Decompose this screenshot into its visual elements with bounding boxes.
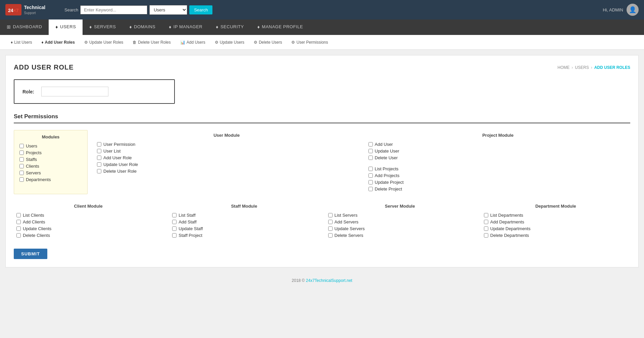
checkbox-add-user-role[interactable] [97, 156, 101, 160]
sub-nav-add-users[interactable]: 📊 Add Users [176, 38, 209, 47]
list-item[interactable]: Add Staff [172, 219, 318, 224]
breadcrumb-parent[interactable]: USERS [575, 65, 589, 70]
checkbox-add-staff[interactable] [172, 220, 177, 224]
breadcrumb-home[interactable]: HOME [557, 65, 569, 70]
checkbox-update-clients[interactable] [16, 226, 21, 231]
list-item[interactable]: Update Staff [172, 226, 318, 231]
checkbox-clients[interactable] [19, 164, 24, 168]
sub-nav-user-permissions[interactable]: ⚙ User Permissions [287, 38, 332, 47]
list-item[interactable]: Staffs [19, 157, 83, 162]
checkbox-users[interactable] [19, 144, 24, 148]
sub-nav-update-users[interactable]: ⚙ Update Users [211, 38, 248, 47]
list-item[interactable]: List Staff [172, 213, 318, 218]
list-item[interactable]: Add User [368, 142, 631, 147]
checkbox-list-departments[interactable] [484, 213, 488, 217]
checkbox-delete-project[interactable] [368, 187, 373, 191]
nav-item-users[interactable]: ♦ USERS [49, 19, 83, 35]
list-item[interactable]: Delete Departments [484, 233, 630, 238]
checkbox-update-staff[interactable] [172, 226, 177, 231]
search-select[interactable]: Users Projects Staffs Clients Servers De… [149, 5, 187, 15]
checkbox-list-staff[interactable] [172, 213, 177, 217]
checkbox-update-user-role[interactable] [97, 162, 101, 167]
modules-box: Modules Users Projects Staffs [14, 130, 88, 194]
list-item[interactable]: Users [19, 143, 83, 149]
nav-item-manage-profile[interactable]: ♦ MANAGE PROFILE [251, 19, 310, 35]
checkbox-list-projects[interactable] [368, 167, 373, 171]
project-module-title: Project Module [366, 133, 631, 138]
sub-nav-add-user-roles[interactable]: ♦ Add User Roles [37, 38, 79, 47]
list-item[interactable]: Delete User [368, 155, 631, 160]
checkbox-delete-user-role[interactable] [97, 169, 101, 173]
checkbox-delete-user[interactable] [368, 156, 373, 160]
submit-button[interactable]: SUBMIT [14, 249, 47, 259]
checkbox-update-project[interactable] [368, 180, 373, 184]
list-item[interactable]: Update Project [368, 180, 631, 185]
list-item[interactable]: List Projects [368, 166, 631, 171]
logo-text: Technical Support [24, 4, 46, 15]
checkbox-user-permission[interactable] [97, 142, 101, 146]
list-item[interactable]: Update Clients [16, 226, 163, 231]
list-item[interactable]: Update Departments [484, 226, 630, 231]
list-item[interactable]: Delete Servers [328, 233, 475, 238]
list-item[interactable]: Departments [19, 177, 83, 182]
list-item[interactable]: Servers [19, 170, 83, 175]
list-item[interactable]: Delete Clients [16, 233, 163, 238]
nav-item-ip-manager[interactable]: ♦ IP MANAGER [162, 19, 209, 35]
checkbox-update-servers[interactable] [328, 226, 333, 231]
list-item[interactable]: Delete Project [368, 186, 631, 192]
breadcrumb-sep-2: › [591, 65, 592, 70]
permissions-top-grid: Modules Users Projects Staffs [14, 130, 630, 194]
checkbox-delete-servers[interactable] [328, 233, 333, 238]
search-area: Search Users Projects Staffs Clients Ser… [64, 5, 212, 15]
nav-item-security[interactable]: ♦ SECURITY [209, 19, 250, 35]
list-item[interactable]: List Clients [16, 213, 163, 218]
checkbox-add-clients[interactable] [16, 220, 21, 224]
nav-label-domains: DOMAINS [134, 24, 155, 29]
user-module-box: User Module User Permission User List Ad… [94, 130, 359, 194]
search-input[interactable] [80, 5, 147, 14]
list-item[interactable]: Add User Role [97, 155, 359, 160]
list-item[interactable]: List Servers [328, 213, 475, 218]
checkbox-servers[interactable] [19, 171, 24, 175]
checkbox-user-list[interactable] [97, 149, 101, 153]
sub-nav-delete-user-roles[interactable]: 🗑 Delete User Roles [129, 38, 175, 47]
list-item[interactable]: User Permission [97, 142, 359, 147]
list-item[interactable]: Delete User Role [97, 169, 359, 174]
checkbox-add-projects[interactable] [368, 173, 373, 178]
checkbox-add-servers[interactable] [328, 220, 333, 224]
list-item[interactable]: Add Departments [484, 219, 630, 224]
checkbox-delete-departments[interactable] [484, 233, 488, 238]
list-item[interactable]: Projects [19, 150, 83, 155]
list-item[interactable]: Add Projects [368, 173, 631, 178]
checkbox-staffs[interactable] [19, 157, 24, 162]
list-item[interactable]: User List [97, 149, 359, 154]
checkbox-update-user[interactable] [368, 149, 373, 153]
checkbox-list-servers[interactable] [328, 213, 333, 217]
sub-nav-list-users[interactable]: ♦ List Users [7, 38, 36, 47]
nav-item-dashboard[interactable]: ⊞ DASHBOARD [0, 19, 49, 35]
list-item[interactable]: Add Clients [16, 219, 163, 224]
list-item[interactable]: List Departments [484, 213, 630, 218]
sub-nav-update-user-roles[interactable]: ⚙ Update User Roles [80, 38, 127, 47]
checkbox-add-departments[interactable] [484, 220, 488, 224]
checkbox-departments[interactable] [19, 177, 24, 182]
list-item[interactable]: Update User [368, 149, 631, 154]
checkbox-delete-clients[interactable] [16, 233, 21, 238]
delete-users-icon: ⚙ [254, 40, 257, 45]
sub-nav-delete-users[interactable]: ⚙ Delete Users [250, 38, 286, 47]
list-item[interactable]: Update User Role [97, 162, 359, 167]
checkbox-add-user[interactable] [368, 142, 373, 146]
list-item[interactable]: Staff Project [172, 233, 318, 238]
list-item[interactable]: Update Servers [328, 226, 475, 231]
role-input[interactable] [41, 87, 108, 96]
nav-item-domains[interactable]: ♦ DOMAINS [122, 19, 162, 35]
list-item[interactable]: Clients [19, 164, 83, 169]
nav-item-servers[interactable]: ♦ SERVERS [83, 19, 122, 35]
checkbox-update-departments[interactable] [484, 226, 488, 231]
search-button[interactable]: Search [189, 5, 212, 14]
checkbox-projects[interactable] [19, 151, 24, 155]
checkbox-list-clients[interactable] [16, 213, 21, 217]
list-item[interactable]: Add Servers [328, 219, 475, 224]
checkbox-staff-project[interactable] [172, 233, 177, 238]
footer-link[interactable]: 24x7TechnicalSupport.net [306, 278, 352, 283]
